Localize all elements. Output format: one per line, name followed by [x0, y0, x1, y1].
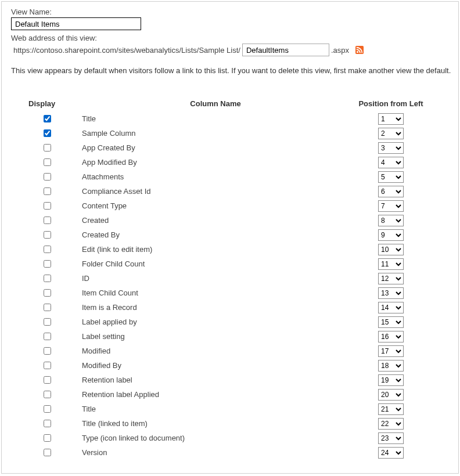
- position-select[interactable]: 123456789101112131415161718192021222324: [378, 157, 404, 168]
- display-checkbox[interactable]: [44, 173, 51, 181]
- position-select[interactable]: 123456789101112131415161718192021222324: [378, 432, 404, 444]
- position-select[interactable]: 123456789101112131415161718192021222324: [378, 215, 404, 226]
- display-checkbox[interactable]: [44, 231, 51, 239]
- column-row: Modified12345678910111213141516171819202…: [28, 344, 432, 358]
- display-checkbox[interactable]: [44, 275, 51, 282]
- view-name-input[interactable]: [11, 17, 141, 30]
- position-select[interactable]: 123456789101112131415161718192021222324: [378, 345, 404, 357]
- display-checkbox[interactable]: [44, 115, 51, 122]
- display-checkbox[interactable]: [44, 376, 51, 384]
- column-name: Title: [81, 114, 350, 123]
- rss-icon[interactable]: [355, 46, 364, 54]
- column-name: Title: [81, 405, 350, 413]
- position-select[interactable]: 123456789101112131415161718192021222324: [378, 113, 404, 125]
- display-checkbox[interactable]: [44, 187, 51, 195]
- column-row: Label setting123456789101112131415161718…: [28, 329, 432, 344]
- display-checkbox[interactable]: [44, 260, 51, 268]
- display-checkbox[interactable]: [44, 202, 51, 210]
- position-select[interactable]: 123456789101112131415161718192021222324: [378, 403, 404, 415]
- column-name: ID: [81, 274, 350, 283]
- position-select[interactable]: 123456789101112131415161718192021222324: [378, 418, 404, 430]
- position-select[interactable]: 123456789101112131415161718192021222324: [378, 287, 404, 299]
- position-select[interactable]: 123456789101112131415161718192021222324: [378, 142, 404, 154]
- column-name: Label setting: [81, 332, 350, 341]
- position-select[interactable]: 123456789101112131415161718192021222324: [378, 273, 404, 284]
- display-checkbox[interactable]: [44, 333, 51, 340]
- display-checkbox[interactable]: [44, 420, 51, 427]
- column-row: Type (icon linked to document)1234567891…: [28, 431, 432, 445]
- position-select[interactable]: 123456789101112131415161718192021222324: [378, 316, 404, 328]
- column-name: Version: [81, 448, 350, 457]
- view-name-label: View Name:: [11, 8, 452, 16]
- position-select[interactable]: 123456789101112131415161718192021222324: [378, 186, 404, 197]
- column-name: App Modified By: [81, 158, 350, 167]
- column-name: Sample Column: [81, 129, 350, 138]
- position-select[interactable]: 123456789101112131415161718192021222324: [378, 171, 404, 183]
- column-row: Item is a Record123456789101112131415161…: [28, 300, 432, 315]
- column-row: ID12345678910111213141516171819202122232…: [28, 271, 432, 286]
- display-checkbox[interactable]: [44, 318, 51, 326]
- column-row: Item Child Count123456789101112131415161…: [28, 286, 432, 300]
- position-select[interactable]: 123456789101112131415161718192021222324: [378, 331, 404, 342]
- column-row: Compliance Asset Id123456789101112131415…: [28, 184, 432, 199]
- column-name: Item is a Record: [81, 303, 350, 312]
- column-row: Content Type1234567891011121314151617181…: [28, 199, 432, 213]
- header-display: Display: [28, 99, 81, 108]
- position-select[interactable]: 123456789101112131415161718192021222324: [378, 128, 404, 139]
- column-name: Modified: [81, 347, 350, 355]
- column-name: Folder Child Count: [81, 259, 350, 268]
- display-checkbox[interactable]: [44, 405, 51, 413]
- position-select[interactable]: 123456789101112131415161718192021222324: [378, 302, 404, 313]
- header-position: Position from Left: [350, 99, 432, 108]
- column-name: Created By: [81, 230, 350, 239]
- position-select[interactable]: 123456789101112131415161718192021222324: [378, 447, 404, 459]
- svg-point-1: [357, 51, 358, 53]
- display-checkbox[interactable]: [44, 391, 51, 398]
- position-select[interactable]: 123456789101112131415161718192021222324: [378, 360, 404, 372]
- column-row: Label applied by123456789101112131415161…: [28, 315, 432, 329]
- column-name: Compliance Asset Id: [81, 187, 350, 196]
- display-checkbox[interactable]: [44, 347, 51, 355]
- position-select[interactable]: 123456789101112131415161718192021222324: [378, 389, 404, 401]
- column-row: Modified By12345678910111213141516171819…: [28, 358, 432, 373]
- position-select[interactable]: 123456789101112131415161718192021222324: [378, 244, 404, 255]
- display-checkbox[interactable]: [44, 129, 51, 137]
- display-checkbox[interactable]: [44, 246, 51, 253]
- column-row: Title (linked to item)123456789101112131…: [28, 416, 432, 431]
- web-url-suffix: .aspx: [331, 46, 349, 55]
- column-row: Attachments12345678910111213141516171819…: [28, 170, 432, 184]
- display-checkbox[interactable]: [44, 217, 51, 224]
- column-name: Retention label Applied: [81, 390, 350, 399]
- column-row: Folder Child Count1234567891011121314151…: [28, 257, 432, 271]
- column-name: Content Type: [81, 201, 350, 210]
- column-name: Retention label: [81, 376, 350, 384]
- display-checkbox[interactable]: [44, 362, 51, 369]
- column-row: Title12345678910111213141516171819202122…: [28, 402, 432, 416]
- display-checkbox[interactable]: [44, 434, 51, 442]
- display-checkbox[interactable]: [44, 158, 51, 166]
- column-row: Created123456789101112131415161718192021…: [28, 213, 432, 228]
- column-row: App Created By12345678910111213141516171…: [28, 140, 432, 155]
- url-slug-input[interactable]: [242, 44, 329, 56]
- display-checkbox[interactable]: [44, 144, 51, 152]
- column-name: Created: [81, 216, 350, 225]
- position-select[interactable]: 123456789101112131415161718192021222324: [378, 200, 404, 212]
- column-name: Label applied by: [81, 318, 350, 326]
- column-name: Modified By: [81, 361, 350, 370]
- position-select[interactable]: 123456789101112131415161718192021222324: [378, 258, 404, 270]
- column-row: Retention label1234567891011121314151617…: [28, 373, 432, 387]
- column-row: App Modified By1234567891011121314151617…: [28, 155, 432, 170]
- position-select[interactable]: 123456789101112131415161718192021222324: [378, 374, 404, 386]
- column-name: App Created By: [81, 143, 350, 152]
- position-select[interactable]: 123456789101112131415161718192021222324: [378, 229, 404, 241]
- web-url-prefix: https://contoso.sharepoint.com/sites/web…: [13, 46, 240, 55]
- web-address-label: Web address of this view:: [11, 34, 452, 42]
- column-name: Edit (link to edit item): [81, 245, 350, 254]
- column-row: Version123456789101112131415161718192021…: [28, 445, 432, 460]
- display-checkbox[interactable]: [44, 449, 51, 456]
- default-view-hint: This view appears by default when visito…: [11, 66, 452, 76]
- column-name: Attachments: [81, 172, 350, 181]
- display-checkbox[interactable]: [44, 304, 51, 311]
- display-checkbox[interactable]: [44, 289, 51, 297]
- column-name: Type (icon linked to document): [81, 434, 350, 442]
